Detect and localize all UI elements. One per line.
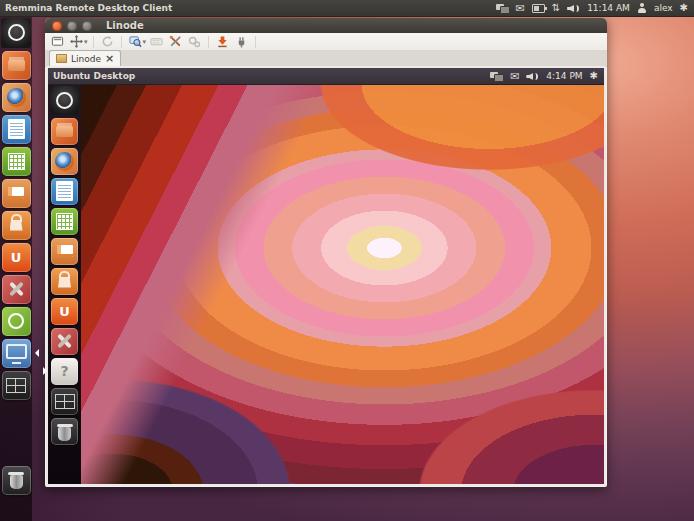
host-top-panel: Remmina Remote Desktop Client 11:14 AM a… xyxy=(0,0,694,17)
settings-icon xyxy=(2,275,31,304)
host-launcher: U xyxy=(0,16,32,521)
remote-launcher-item-workspace-switcher[interactable] xyxy=(51,388,78,415)
gears-button xyxy=(186,34,203,49)
window-title: Linode xyxy=(106,20,144,31)
toolbar-separator xyxy=(255,36,256,48)
trash-icon xyxy=(51,418,78,445)
softwarecenter-icon xyxy=(2,211,31,240)
remote-launcher-item-home-folder[interactable] xyxy=(51,118,78,145)
launcher-item-home-folder[interactable] xyxy=(2,51,31,80)
home-icon xyxy=(2,51,31,80)
home-icon xyxy=(51,118,78,145)
launcher-item-dash[interactable] xyxy=(1,18,31,48)
remote-desktop-body: U? xyxy=(48,84,604,484)
tab-linode[interactable]: Linode × xyxy=(49,50,121,66)
volume-icon[interactable] xyxy=(567,3,580,13)
unknown-icon: ? xyxy=(51,358,78,385)
pan-dropdown-caret-icon[interactable]: ▾ xyxy=(84,38,88,46)
ubuntuone-icon: U xyxy=(51,298,78,325)
scaled-mode-button[interactable] xyxy=(127,34,144,49)
launcher-item-trash[interactable] xyxy=(2,466,31,495)
remote-panel-indicators: 4:14 PM xyxy=(490,69,604,83)
remote-launcher-item-libreoffice-calc[interactable] xyxy=(51,208,78,235)
remote-launcher-item-software-center[interactable] xyxy=(51,268,78,295)
tab-close-icon[interactable]: × xyxy=(105,53,114,64)
launcher-item-software-center[interactable] xyxy=(2,211,31,240)
screen: Remmina Remote Desktop Client 11:14 AM a… xyxy=(0,0,694,521)
trash-icon xyxy=(2,466,31,495)
remote-top-panel: Ubuntu Desktop 4:14 PM xyxy=(48,68,604,85)
softwarecenter-icon xyxy=(51,268,78,295)
firefox-icon xyxy=(51,148,78,175)
host-clock[interactable]: 11:14 AM xyxy=(587,3,630,13)
launcher-item-ubuntu[interactable] xyxy=(2,307,31,336)
fullscreen-button[interactable] xyxy=(49,34,66,49)
username[interactable]: alex xyxy=(654,3,673,13)
session-gear-icon[interactable] xyxy=(680,1,688,15)
remote-launcher: U? xyxy=(48,84,81,484)
firefox-icon xyxy=(2,83,31,112)
remote-launcher-item-libreoffice-impress[interactable] xyxy=(51,238,78,265)
launcher-item-system-settings[interactable] xyxy=(2,275,31,304)
remote-launcher-item-dash[interactable] xyxy=(50,86,79,115)
scale-dropdown-caret-icon[interactable]: ▾ xyxy=(143,38,147,46)
toolbar-separator xyxy=(208,36,209,48)
tools-button[interactable] xyxy=(167,34,184,49)
impress-icon xyxy=(2,179,31,208)
workspaces-icon xyxy=(51,388,78,415)
remote-desktop-wallpaper xyxy=(81,84,604,484)
calc-icon xyxy=(2,147,31,176)
remote-desktop-icon xyxy=(56,54,67,63)
disconnect-button[interactable] xyxy=(233,34,250,49)
window-titlebar[interactable]: Linode xyxy=(45,18,607,34)
toolbar-separator xyxy=(121,36,122,48)
toolbar-separator xyxy=(93,36,94,48)
launcher-item-libreoffice-calc[interactable] xyxy=(2,147,31,176)
remote-clock[interactable]: 4:14 PM xyxy=(546,71,582,81)
writer-icon xyxy=(51,178,78,205)
remote-launcher-item-libreoffice-writer[interactable] xyxy=(51,178,78,205)
mail-icon[interactable] xyxy=(510,69,519,83)
impress-icon xyxy=(51,238,78,265)
remote-launcher-item-unknown-app[interactable]: ? xyxy=(51,358,78,385)
remmina-window: Linode ▾ ▾ xyxy=(45,18,607,487)
session-gear-icon[interactable] xyxy=(590,69,598,83)
battery-icon[interactable] xyxy=(532,4,545,13)
network-icon[interactable] xyxy=(496,3,509,13)
window-toolbar: ▾ ▾ xyxy=(45,33,607,51)
ubuntugreen-icon xyxy=(2,307,31,336)
tab-label: Linode xyxy=(71,54,101,64)
remote-panel-title: Ubuntu Desktop xyxy=(53,71,135,81)
volume-icon[interactable] xyxy=(526,71,539,81)
remmina-icon xyxy=(2,339,31,368)
dash-icon xyxy=(50,86,79,115)
launcher-item-libreoffice-impress[interactable] xyxy=(2,179,31,208)
minimize-icon[interactable] xyxy=(67,21,77,31)
calc-icon xyxy=(51,208,78,235)
launcher-item-workspace-switcher[interactable] xyxy=(2,371,31,400)
mail-icon[interactable] xyxy=(516,1,525,15)
maximize-icon[interactable] xyxy=(82,21,92,31)
close-icon[interactable] xyxy=(52,21,62,31)
launcher-item-libreoffice-writer[interactable] xyxy=(2,115,31,144)
user-icon[interactable] xyxy=(637,3,647,14)
grab-keyboard-button xyxy=(148,34,165,49)
dash-icon xyxy=(1,18,31,48)
launcher-item-remmina[interactable] xyxy=(2,339,31,368)
host-panel-app-title: Remmina Remote Desktop Client xyxy=(5,3,172,13)
writer-icon xyxy=(2,115,31,144)
remote-launcher-item-ubuntu-one[interactable]: U xyxy=(51,298,78,325)
remote-launcher-item-trash[interactable] xyxy=(51,418,78,445)
resize-to-fit-button xyxy=(99,34,116,49)
launcher-item-ubuntu-one[interactable]: U xyxy=(2,243,31,272)
launcher-item-firefox[interactable] xyxy=(2,83,31,112)
settings-icon xyxy=(51,328,78,355)
ubuntuone-icon: U xyxy=(2,243,31,272)
tab-bar: Linode × xyxy=(45,50,607,67)
remote-launcher-item-firefox[interactable] xyxy=(51,148,78,175)
network-traffic-icon[interactable] xyxy=(552,1,560,15)
network-icon[interactable] xyxy=(490,71,503,81)
pan-button[interactable] xyxy=(68,34,85,49)
remote-launcher-item-system-settings[interactable] xyxy=(51,328,78,355)
minimize-to-tray-button[interactable] xyxy=(214,34,231,49)
